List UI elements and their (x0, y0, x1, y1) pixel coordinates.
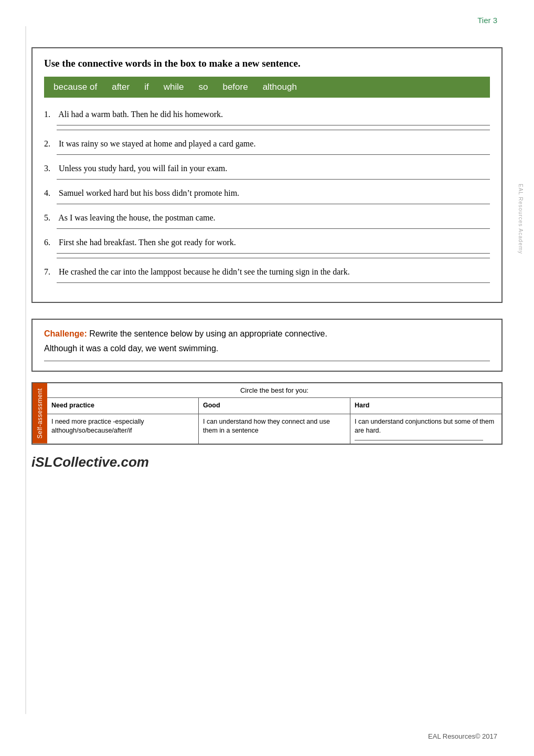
word-bank-box: because of after if while so before alth… (44, 77, 490, 98)
challenge-instruction: Rewrite the sentence below by using an a… (87, 329, 327, 338)
challenge-title: Challenge: Rewrite the sentence below by… (44, 329, 490, 339)
sentence-item-2: 2. It was rainy so we stayed at home and… (44, 138, 490, 155)
word-so: so (198, 82, 208, 92)
sentence-text-7: 7. He crashed the car into the lamppost … (44, 266, 490, 278)
sentence-item-1: 1. Ali had a warm bath. Then he did his … (44, 108, 490, 130)
sentence-text-4: 4. Samuel worked hard but his boss didn’… (44, 187, 490, 200)
answer-line-1b (57, 130, 490, 130)
sentence-num-6: 6. (44, 236, 57, 249)
answer-line-7 (57, 282, 490, 283)
sentence-list: 1. Ali had a warm bath. Then he did his … (44, 108, 490, 283)
challenge-sentence: Although it was a cold day, we went swim… (44, 344, 490, 353)
answer-line-1a (57, 125, 490, 125)
answer-line-6b (57, 258, 490, 258)
sentence-item-5: 5. As I was leaving the house, the postm… (44, 212, 490, 229)
sa-answer-line (355, 440, 483, 440)
sentence-item-4: 4. Samuel worked hard but his boss didn’… (44, 187, 490, 204)
sentence-num-5: 5. (44, 212, 57, 224)
answer-line-4 (57, 204, 490, 204)
sentence-num-4: 4. (44, 187, 57, 200)
answer-line-5 (57, 228, 490, 229)
sa-body-row: I need more practice -especially althoug… (47, 414, 501, 444)
sa-col-header-0: Need practice (47, 398, 199, 414)
sa-col-body-2: I can understand conjunctions but some o… (350, 414, 501, 444)
sa-col-body-0: I need more practice -especially althoug… (47, 414, 199, 444)
sa-header-row: Need practice Good Hard (47, 398, 501, 414)
self-assessment-content: Circle the best for you: Need practice G… (47, 383, 501, 444)
answer-line-2 (57, 154, 490, 155)
sentence-num-1: 1. (44, 108, 57, 121)
sentence-text-2: 2. It was rainy so we stayed at home and… (44, 138, 490, 150)
footer-logo: iSLCollective.com (31, 454, 503, 470)
main-title: Use the connective words in the box to m… (44, 58, 490, 69)
word-after: after (112, 82, 130, 92)
sentence-text-6: 6. First she had breakfast. Then she got… (44, 236, 490, 249)
tier-label: Tier 3 (477, 16, 497, 25)
sentence-num-3: 3. (44, 162, 57, 175)
sentence-num-7: 7. (44, 266, 57, 278)
side-watermark: EAL Resources Academy (518, 184, 524, 254)
word-although: although (263, 82, 297, 92)
sa-circle-text: Circle the best for you: (47, 383, 501, 398)
main-exercise-box: Use the connective words in the box to m… (31, 47, 503, 303)
sentence-text-3: 3. Unless you study hard, you will fail … (44, 162, 490, 175)
sentence-text-1: 1. Ali had a warm bath. Then he did his … (44, 108, 490, 121)
footer-copyright: EAL Resources© 2017 (428, 732, 497, 740)
word-before: before (222, 82, 248, 92)
sa-col-body-1: I can understand how they connect and us… (199, 414, 350, 444)
sentence-item-3: 3. Unless you study hard, you will fail … (44, 162, 490, 180)
challenge-box: Challenge: Rewrite the sentence below by… (31, 319, 503, 372)
self-assessment-label: Self-assessment (33, 383, 47, 444)
word-because-of: because of (54, 82, 97, 92)
answer-line-3 (57, 179, 490, 180)
left-border (25, 26, 26, 714)
challenge-answer-line (44, 361, 490, 361)
word-while: while (164, 82, 184, 92)
challenge-label: Challenge: (44, 329, 87, 338)
self-assessment-box: Self-assessment Circle the best for you:… (31, 382, 503, 445)
answer-line-6a (57, 253, 490, 254)
sentence-item-7: 7. He crashed the car into the lamppost … (44, 266, 490, 283)
sentence-num-2: 2. (44, 138, 57, 150)
sa-col-header-2: Hard (350, 398, 501, 414)
word-if: if (144, 82, 149, 92)
sa-col-header-1: Good (199, 398, 350, 414)
sentence-text-5: 5. As I was leaving the house, the postm… (44, 212, 490, 224)
sentence-item-6: 6. First she had breakfast. Then she got… (44, 236, 490, 258)
